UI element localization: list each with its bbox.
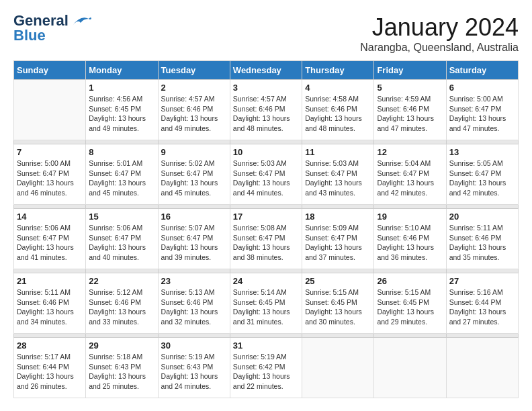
table-row: 2Sunrise: 4:57 AM Sunset: 6:46 PM Daylig… bbox=[158, 80, 230, 140]
calendar-week-row: 14Sunrise: 5:06 AM Sunset: 6:47 PM Dayli… bbox=[14, 209, 519, 269]
day-info: Sunrise: 5:03 AM Sunset: 6:47 PM Dayligh… bbox=[233, 158, 299, 198]
title-section: January 2024 Narangba, Queensland, Austr… bbox=[360, 13, 519, 54]
table-row bbox=[14, 80, 86, 140]
day-number: 1 bbox=[89, 83, 154, 93]
day-number: 16 bbox=[161, 212, 227, 222]
table-row: 11Sunrise: 5:03 AM Sunset: 6:47 PM Dayli… bbox=[302, 144, 374, 205]
table-row: 6Sunrise: 5:00 AM Sunset: 6:47 PM Daylig… bbox=[446, 80, 518, 140]
day-info: Sunrise: 5:05 AM Sunset: 6:47 PM Dayligh… bbox=[449, 158, 515, 198]
calendar-week-row: 28Sunrise: 5:17 AM Sunset: 6:44 PM Dayli… bbox=[14, 338, 519, 398]
logo: General Blue bbox=[13, 13, 91, 43]
day-info: Sunrise: 5:09 AM Sunset: 6:47 PM Dayligh… bbox=[305, 223, 371, 263]
day-number: 31 bbox=[233, 340, 299, 351]
day-info: Sunrise: 5:00 AM Sunset: 6:47 PM Dayligh… bbox=[449, 94, 515, 134]
col-sunday: Sunday bbox=[14, 61, 86, 80]
table-row: 24Sunrise: 5:14 AM Sunset: 6:45 PM Dayli… bbox=[230, 273, 302, 334]
table-row: 28Sunrise: 5:17 AM Sunset: 6:44 PM Dayli… bbox=[14, 338, 86, 398]
day-info: Sunrise: 5:11 AM Sunset: 6:46 PM Dayligh… bbox=[17, 287, 83, 327]
table-row: 30Sunrise: 5:19 AM Sunset: 6:43 PM Dayli… bbox=[158, 338, 230, 398]
table-row: 23Sunrise: 5:13 AM Sunset: 6:46 PM Dayli… bbox=[158, 273, 230, 334]
day-info: Sunrise: 4:57 AM Sunset: 6:46 PM Dayligh… bbox=[161, 94, 227, 134]
day-info: Sunrise: 5:15 AM Sunset: 6:45 PM Dayligh… bbox=[305, 287, 371, 327]
day-number: 18 bbox=[305, 212, 371, 222]
day-number: 9 bbox=[161, 147, 227, 157]
table-row: 20Sunrise: 5:11 AM Sunset: 6:46 PM Dayli… bbox=[446, 209, 518, 269]
day-info: Sunrise: 5:07 AM Sunset: 6:47 PM Dayligh… bbox=[161, 223, 227, 263]
table-row bbox=[374, 338, 446, 398]
day-info: Sunrise: 5:16 AM Sunset: 6:44 PM Dayligh… bbox=[449, 287, 515, 327]
day-number: 6 bbox=[449, 83, 515, 93]
day-info: Sunrise: 5:17 AM Sunset: 6:44 PM Dayligh… bbox=[17, 352, 83, 392]
day-number: 24 bbox=[233, 276, 299, 286]
table-row: 16Sunrise: 5:07 AM Sunset: 6:47 PM Dayli… bbox=[158, 209, 230, 269]
day-info: Sunrise: 5:03 AM Sunset: 6:47 PM Dayligh… bbox=[305, 158, 371, 198]
table-row: 17Sunrise: 5:08 AM Sunset: 6:47 PM Dayli… bbox=[230, 209, 302, 269]
logo-text: General bbox=[13, 13, 69, 28]
day-info: Sunrise: 4:59 AM Sunset: 6:46 PM Dayligh… bbox=[377, 94, 443, 134]
day-number: 7 bbox=[17, 147, 83, 157]
calendar-table: Sunday Monday Tuesday Wednesday Thursday… bbox=[13, 60, 519, 398]
table-row: 9Sunrise: 5:02 AM Sunset: 6:47 PM Daylig… bbox=[158, 144, 230, 205]
table-row: 31Sunrise: 5:19 AM Sunset: 6:42 PM Dayli… bbox=[230, 338, 302, 398]
day-info: Sunrise: 5:12 AM Sunset: 6:46 PM Dayligh… bbox=[89, 287, 154, 327]
page-header: General Blue January 2024 Narangba, Quee… bbox=[13, 13, 519, 54]
day-info: Sunrise: 5:08 AM Sunset: 6:47 PM Dayligh… bbox=[233, 223, 299, 263]
table-row: 13Sunrise: 5:05 AM Sunset: 6:47 PM Dayli… bbox=[446, 144, 518, 205]
day-info: Sunrise: 5:15 AM Sunset: 6:45 PM Dayligh… bbox=[377, 287, 443, 327]
table-row: 1Sunrise: 4:56 AM Sunset: 6:45 PM Daylig… bbox=[86, 80, 158, 140]
table-row: 12Sunrise: 5:04 AM Sunset: 6:47 PM Dayli… bbox=[374, 144, 446, 205]
table-row: 8Sunrise: 5:01 AM Sunset: 6:47 PM Daylig… bbox=[86, 144, 158, 205]
day-info: Sunrise: 5:04 AM Sunset: 6:47 PM Dayligh… bbox=[377, 158, 443, 198]
day-info: Sunrise: 5:06 AM Sunset: 6:47 PM Dayligh… bbox=[17, 223, 83, 263]
table-row: 27Sunrise: 5:16 AM Sunset: 6:44 PM Dayli… bbox=[446, 273, 518, 334]
table-row: 5Sunrise: 4:59 AM Sunset: 6:46 PM Daylig… bbox=[374, 80, 446, 140]
col-wednesday: Wednesday bbox=[230, 61, 302, 80]
table-row: 15Sunrise: 5:06 AM Sunset: 6:47 PM Dayli… bbox=[86, 209, 158, 269]
day-number: 19 bbox=[377, 212, 443, 222]
day-number: 25 bbox=[305, 276, 371, 286]
calendar-week-row: 1Sunrise: 4:56 AM Sunset: 6:45 PM Daylig… bbox=[14, 80, 519, 140]
day-info: Sunrise: 5:00 AM Sunset: 6:47 PM Dayligh… bbox=[17, 158, 83, 198]
day-number: 3 bbox=[233, 83, 299, 93]
table-row: 19Sunrise: 5:10 AM Sunset: 6:46 PM Dayli… bbox=[374, 209, 446, 269]
col-saturday: Saturday bbox=[446, 61, 518, 80]
day-info: Sunrise: 4:56 AM Sunset: 6:45 PM Dayligh… bbox=[89, 94, 154, 134]
table-row: 22Sunrise: 5:12 AM Sunset: 6:46 PM Dayli… bbox=[86, 273, 158, 334]
table-row: 18Sunrise: 5:09 AM Sunset: 6:47 PM Dayli… bbox=[302, 209, 374, 269]
calendar-week-row: 21Sunrise: 5:11 AM Sunset: 6:46 PM Dayli… bbox=[14, 273, 519, 334]
day-info: Sunrise: 5:10 AM Sunset: 6:46 PM Dayligh… bbox=[377, 223, 443, 263]
calendar-week-row: 7Sunrise: 5:00 AM Sunset: 6:47 PM Daylig… bbox=[14, 144, 519, 205]
day-info: Sunrise: 4:57 AM Sunset: 6:46 PM Dayligh… bbox=[233, 94, 299, 134]
calendar-subtitle: Narangba, Queensland, Australia bbox=[360, 42, 519, 54]
day-number: 26 bbox=[377, 276, 443, 286]
table-row: 10Sunrise: 5:03 AM Sunset: 6:47 PM Dayli… bbox=[230, 144, 302, 205]
day-number: 17 bbox=[233, 212, 299, 222]
table-row: 3Sunrise: 4:57 AM Sunset: 6:46 PM Daylig… bbox=[230, 80, 302, 140]
calendar-header-row: Sunday Monday Tuesday Wednesday Thursday… bbox=[14, 61, 519, 80]
table-row bbox=[302, 338, 374, 398]
day-number: 23 bbox=[161, 276, 227, 286]
table-row: 26Sunrise: 5:15 AM Sunset: 6:45 PM Dayli… bbox=[374, 273, 446, 334]
day-number: 11 bbox=[305, 147, 371, 157]
table-row bbox=[446, 338, 518, 398]
day-info: Sunrise: 5:14 AM Sunset: 6:45 PM Dayligh… bbox=[233, 287, 299, 327]
day-info: Sunrise: 5:01 AM Sunset: 6:47 PM Dayligh… bbox=[89, 158, 154, 198]
day-number: 4 bbox=[305, 83, 371, 93]
logo-blue-text: Blue bbox=[13, 28, 46, 43]
day-number: 20 bbox=[449, 212, 515, 222]
table-row: 4Sunrise: 4:58 AM Sunset: 6:46 PM Daylig… bbox=[302, 80, 374, 140]
col-tuesday: Tuesday bbox=[158, 61, 230, 80]
table-row: 21Sunrise: 5:11 AM Sunset: 6:46 PM Dayli… bbox=[14, 273, 86, 334]
col-monday: Monday bbox=[86, 61, 158, 80]
day-info: Sunrise: 4:58 AM Sunset: 6:46 PM Dayligh… bbox=[305, 94, 371, 134]
table-row: 29Sunrise: 5:18 AM Sunset: 6:43 PM Dayli… bbox=[86, 338, 158, 398]
day-number: 5 bbox=[377, 83, 443, 93]
day-number: 13 bbox=[449, 147, 515, 157]
day-number: 22 bbox=[89, 276, 154, 286]
col-thursday: Thursday bbox=[302, 61, 374, 80]
day-number: 10 bbox=[233, 147, 299, 157]
day-number: 28 bbox=[17, 340, 83, 351]
day-number: 2 bbox=[161, 83, 227, 93]
day-number: 21 bbox=[17, 276, 83, 286]
day-info: Sunrise: 5:06 AM Sunset: 6:47 PM Dayligh… bbox=[89, 223, 154, 263]
